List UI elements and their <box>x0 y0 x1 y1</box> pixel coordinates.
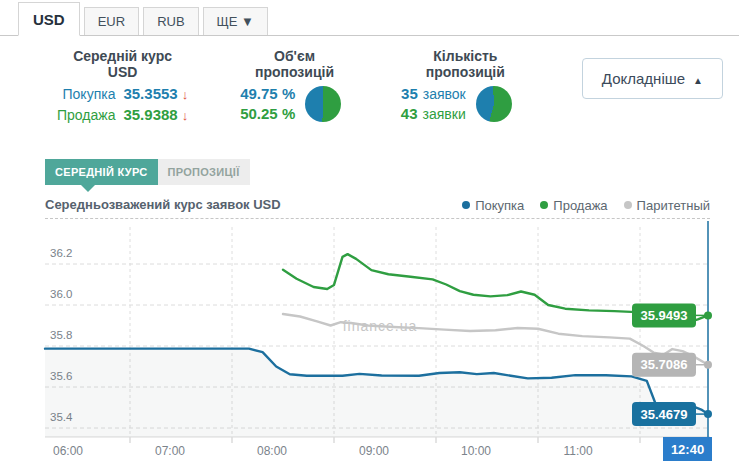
legend-item-sell[interactable]: Продажа <box>540 198 607 213</box>
volume-buy-pct: 49.75 % <box>240 84 295 104</box>
chart-title: Середньозважений курс заявок USD <box>45 197 281 212</box>
volume-sell-pct: 50.25 % <box>240 104 295 124</box>
dotted-separator <box>45 218 710 219</box>
currency-tabbar: USDEURRUBЩЕ ▼ <box>0 2 739 36</box>
count-group: Кількість пропозицій 35заявок 43заявки <box>401 48 530 124</box>
end-value-text-sell: 35.9493 <box>641 308 688 323</box>
end-value-text-parity: 35.7086 <box>641 357 688 372</box>
legend-dot-icon <box>540 201 548 209</box>
average-rate-group: Середній курс USD Покупка 35.3553 ↓ Прод… <box>57 48 188 126</box>
x-axis-label: 11:00 <box>563 444 592 458</box>
current-time-text: 12:40 <box>671 442 704 457</box>
legend-dot-icon <box>624 201 632 209</box>
sell-label: Продажа <box>57 105 115 125</box>
series-end-dot-parity <box>704 361 712 369</box>
x-axis-label: 10:00 <box>461 444 491 458</box>
count-sell-unit: заявки <box>423 106 466 122</box>
volume-pie-chart <box>305 86 341 122</box>
tab-eur[interactable]: EUR <box>84 7 139 35</box>
count-buy-unit: заявок <box>423 86 466 102</box>
currency-widget: { "tabs": { "items": [ {"key":"usd","lab… <box>0 0 739 473</box>
caret-up-icon: ▲ <box>693 75 703 86</box>
subtab-average-rate[interactable]: СЕРЕДНІЙ КУРС <box>45 159 158 185</box>
count-buy-number: 35 <box>401 85 418 102</box>
subtab-offers[interactable]: ПРОПОЗИЦІЇ <box>158 159 250 185</box>
legend-label: Паритетный <box>637 198 710 213</box>
end-value-text-buy: 35.4679 <box>641 407 688 422</box>
tab-rub[interactable]: RUB <box>143 7 198 35</box>
x-axis-label: 06:00 <box>53 444 83 458</box>
chart-legend: ПокупкаПродажаПаритетный <box>446 198 710 213</box>
tab-more[interactable]: ЩЕ ▼ <box>203 7 268 35</box>
x-axis-label: 09:00 <box>359 444 389 458</box>
legend-label: Покупка <box>475 198 524 213</box>
count-sell-number: 43 <box>401 105 418 122</box>
legend-dot-icon <box>462 201 470 209</box>
y-axis-label: 36.2 <box>50 247 72 259</box>
volume-group: Об'єм пропозицій 49.75 % 50.25 % <box>240 48 349 124</box>
chart-subtabs: СЕРЕДНІЙ КУРСПРОПОЗИЦІЇ <box>45 159 250 185</box>
down-arrow-icon: ↓ <box>182 106 189 126</box>
sell-rate-row: Продажа 35.9388 ↓ <box>57 105 188 126</box>
buy-label: Покупка <box>63 84 116 104</box>
down-arrow-icon: ↓ <box>182 85 189 105</box>
average-rate-title: Середній курс USD <box>57 48 188 80</box>
buy-rate-row: Покупка 35.3553 ↓ <box>57 84 188 105</box>
count-title: Кількість пропозицій <box>401 48 530 80</box>
x-axis-label: 08:00 <box>257 444 287 458</box>
buy-value: 35.3553 <box>123 84 177 104</box>
series-end-dot-buy <box>704 410 712 418</box>
legend-item-parity[interactable]: Паритетный <box>624 198 710 213</box>
series-end-dot-sell <box>704 311 712 319</box>
chart-canvas: 35.435.635.836.036.206:0007:0008:0009:00… <box>0 221 739 473</box>
details-button[interactable]: Докладніше▲ <box>582 58 723 99</box>
tab-usd[interactable]: USD <box>18 2 80 36</box>
volume-title: Об'єм пропозицій <box>240 48 349 80</box>
stats-panel: Середній курс USD Покупка 35.3553 ↓ Прод… <box>0 48 739 126</box>
legend-item-buy[interactable]: Покупка <box>462 198 524 213</box>
count-pie-chart <box>476 86 512 122</box>
sell-value: 35.9388 <box>123 105 177 125</box>
series-area-buy <box>45 349 708 437</box>
rate-chart: 35.435.635.836.036.206:0007:0008:0009:00… <box>0 221 739 473</box>
legend-label: Продажа <box>553 198 607 213</box>
x-axis-label: 07:00 <box>155 444 185 458</box>
y-axis-label: 36.0 <box>50 288 72 300</box>
y-axis-label: 35.8 <box>50 329 72 341</box>
